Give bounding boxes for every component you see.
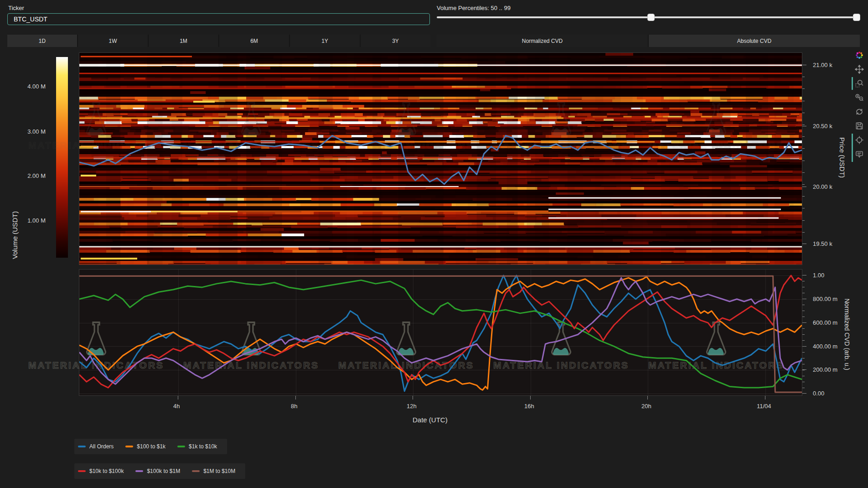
legend-item-10k-100k[interactable]: $10k to $100k [78, 468, 124, 474]
legend-item-1m-10m[interactable]: $1M to $10M [192, 468, 235, 474]
axis-tickmark [802, 187, 806, 187]
legend-label: $1k to $10k [189, 443, 217, 450]
app-root: { "controls": { "ticker": {"label": "Tic… [0, 0, 868, 488]
axis-tickmark [802, 244, 806, 244]
cvd-tick: 600.00 m [813, 319, 837, 326]
axis-tickmark [802, 184, 805, 185]
volume-percentiles-slider[interactable] [437, 16, 860, 18]
legend-item-100-1k[interactable]: $100 to $1k [125, 443, 165, 450]
volume-axis-title: Volume (USDT) [11, 202, 19, 268]
axis-tickmark [802, 101, 805, 101]
timeframe-tabs: 1D 1W 1M 6M 1Y 3Y [7, 35, 430, 47]
slider-handle-low[interactable] [647, 14, 655, 21]
spikelines-icon[interactable] [854, 135, 864, 145]
plotly-logo-icon[interactable] [854, 50, 864, 60]
tab-1w[interactable]: 1W [78, 35, 148, 47]
cvd-tick: 1.00 [813, 272, 824, 279]
axis-tickmark [802, 305, 805, 305]
x-tick: 20h [641, 403, 651, 410]
axis-tickmark [802, 136, 805, 137]
price-axis-title: Price (USDT) [838, 125, 846, 191]
x-tick: 16h [524, 403, 534, 410]
price-tick: 20.00 k [813, 183, 832, 190]
save-icon[interactable] [854, 121, 864, 131]
hover-tooltip-icon[interactable] [854, 149, 864, 159]
axis-tickmark [802, 172, 805, 173]
legend-item-100k-1m[interactable]: $100k to $1M [135, 468, 180, 474]
slider-handle-high[interactable] [853, 14, 860, 21]
axis-tickmark [178, 396, 178, 400]
tab-normalized-cvd[interactable]: Normalized CVD [437, 35, 648, 47]
autoscale-icon[interactable] [854, 107, 864, 117]
volume-tick: 4.00 M [9, 83, 46, 90]
tab-3y[interactable]: 3Y [361, 35, 430, 47]
legend-label: All Orders [89, 443, 114, 450]
x-tick: 11/04 [757, 403, 771, 410]
axis-tickmark [802, 281, 805, 281]
axis-tickmark [802, 352, 805, 353]
axis-tickmark [802, 88, 805, 89]
legend-swatch [192, 470, 200, 472]
axis-tickmark [802, 220, 805, 221]
axis-tickmark [802, 388, 805, 388]
legend-label: $1M to $10M [203, 468, 235, 474]
volume-percentiles-label: Volume Percentiles: 50 .. 99 [437, 5, 511, 11]
legend-label: $100 to $1k [137, 443, 165, 450]
volume-tick: 3.00 M [9, 128, 46, 135]
axis-tickmark [802, 376, 805, 376]
legend-row-1: All Orders $100 to $1k $1k to $10k [74, 439, 227, 454]
cvd-canvas[interactable] [79, 270, 802, 395]
axis-tickmark [802, 275, 805, 275]
axis-tickmark [802, 317, 805, 317]
modebar [853, 50, 865, 159]
axis-tickmark [802, 358, 805, 358]
axis-tickmark [802, 208, 805, 208]
price-tick: 19.50 k [813, 240, 832, 247]
cvd-tick: 400.00 m [813, 343, 837, 350]
liquidity-heatmap[interactable]: MATERIAL INDICATORS MATERIAL INDICATORS … [79, 52, 802, 265]
legend-item-1k-10k[interactable]: $1k to $10k [177, 443, 217, 450]
legend-label: $10k to $100k [89, 468, 124, 474]
x-tick: 8h [291, 403, 297, 410]
box-zoom-icon[interactable] [854, 78, 864, 88]
axis-tickmark [802, 113, 805, 113]
axis-tickmark [802, 346, 805, 347]
cvd-axis-title: Normalized CVD (arb. u.) [843, 298, 851, 371]
axis-tickmark [802, 148, 805, 149]
axis-tickmark [802, 370, 805, 370]
axis-tickmark [802, 299, 805, 299]
axis-tickmark [802, 287, 805, 287]
legend-swatch [78, 470, 86, 472]
axis-tickmark [802, 322, 805, 323]
price-line-canvas [79, 53, 802, 265]
axis-tickmark [802, 293, 805, 293]
tab-1m[interactable]: 1M [149, 35, 218, 47]
legend-swatch [125, 446, 133, 447]
axis-tickmark [802, 65, 805, 65]
axis-tickmark [802, 77, 805, 77]
pan-icon[interactable] [854, 64, 864, 74]
axis-tickmark [802, 125, 805, 125]
legend-label: $100k to $1M [147, 468, 180, 474]
x-axis-title: Date (UTC) [413, 416, 448, 424]
tab-6m[interactable]: 6M [219, 35, 289, 47]
axis-tickmark [802, 196, 805, 197]
legend-swatch [135, 470, 143, 472]
tab-1d[interactable]: 1D [7, 35, 77, 47]
tab-absolute-cvd[interactable]: Absolute CVD [649, 35, 860, 47]
volume-colorbar [56, 57, 68, 258]
axis-tickmark [802, 382, 805, 382]
legend-item-all-orders[interactable]: All Orders [78, 443, 114, 450]
cvd-chart[interactable]: MATERIAL INDICATORS MATERIAL INDICATORS … [79, 269, 802, 396]
tab-1y[interactable]: 1Y [290, 35, 360, 47]
price-tick: 20.50 k [813, 123, 832, 130]
cvd-tick: 200.00 m [813, 366, 837, 373]
legend-swatch [78, 446, 86, 447]
axis-tickmark [413, 396, 413, 400]
legend-swatch [177, 446, 185, 447]
axis-tickmark [295, 396, 296, 400]
ticker-input[interactable] [7, 13, 430, 25]
ticker-label: Ticker [8, 5, 24, 11]
zoom-in-out-icon[interactable] [854, 93, 864, 103]
axis-tickmark [802, 126, 806, 126]
